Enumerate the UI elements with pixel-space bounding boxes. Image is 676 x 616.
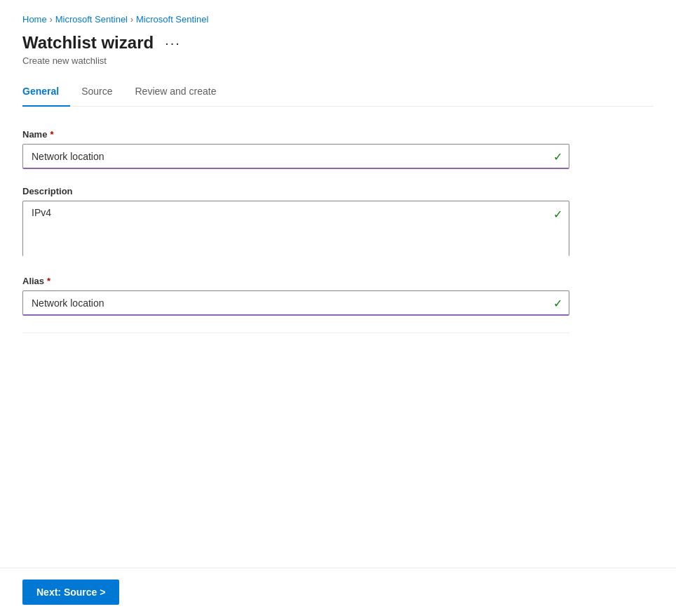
footer: Next: Source >	[0, 568, 676, 616]
form-area: Name * ✓ Description IPv4 ✓	[22, 107, 569, 364]
more-options-button[interactable]: ···	[161, 34, 185, 53]
page-header: Watchlist wizard ···	[22, 33, 654, 53]
alias-input-wrapper: ✓	[22, 290, 569, 316]
name-input[interactable]	[22, 144, 569, 169]
breadcrumb-sentinel-1[interactable]: Microsoft Sentinel	[55, 14, 128, 25]
form-divider	[22, 333, 569, 333]
page-subtitle: Create new watchlist	[22, 55, 654, 66]
description-input[interactable]: IPv4	[22, 201, 569, 257]
description-textarea-wrapper: IPv4 ✓	[22, 201, 569, 259]
description-form-group: Description IPv4 ✓	[22, 186, 569, 259]
name-input-wrapper: ✓	[22, 144, 569, 169]
breadcrumb-sentinel-2[interactable]: Microsoft Sentinel	[136, 14, 208, 25]
name-checkmark: ✓	[553, 150, 562, 163]
breadcrumb: Home › Microsoft Sentinel › Microsoft Se…	[22, 14, 654, 25]
name-form-group: Name * ✓	[22, 129, 569, 169]
tab-review-and-create[interactable]: Review and create	[135, 80, 228, 107]
tabs: General Source Review and create	[22, 80, 654, 107]
name-required-star: *	[50, 129, 53, 140]
page-title: Watchlist wizard	[22, 33, 154, 53]
description-label: Description	[22, 186, 569, 196]
breadcrumb-separator-2: ›	[130, 15, 133, 25]
breadcrumb-separator-1: ›	[50, 15, 53, 25]
description-checkmark: ✓	[553, 208, 562, 221]
alias-checkmark: ✓	[553, 297, 562, 310]
alias-form-group: Alias * ✓	[22, 276, 569, 316]
main-content: Home › Microsoft Sentinel › Microsoft Se…	[0, 0, 676, 568]
next-source-button[interactable]: Next: Source >	[22, 580, 119, 605]
alias-required-star: *	[47, 276, 50, 286]
breadcrumb-home[interactable]: Home	[22, 14, 47, 25]
alias-input[interactable]	[22, 290, 569, 316]
name-label: Name *	[22, 129, 569, 140]
tab-source[interactable]: Source	[81, 80, 123, 107]
alias-label: Alias *	[22, 276, 569, 286]
page-wrapper: Home › Microsoft Sentinel › Microsoft Se…	[0, 0, 676, 616]
tab-general[interactable]: General	[22, 80, 70, 107]
